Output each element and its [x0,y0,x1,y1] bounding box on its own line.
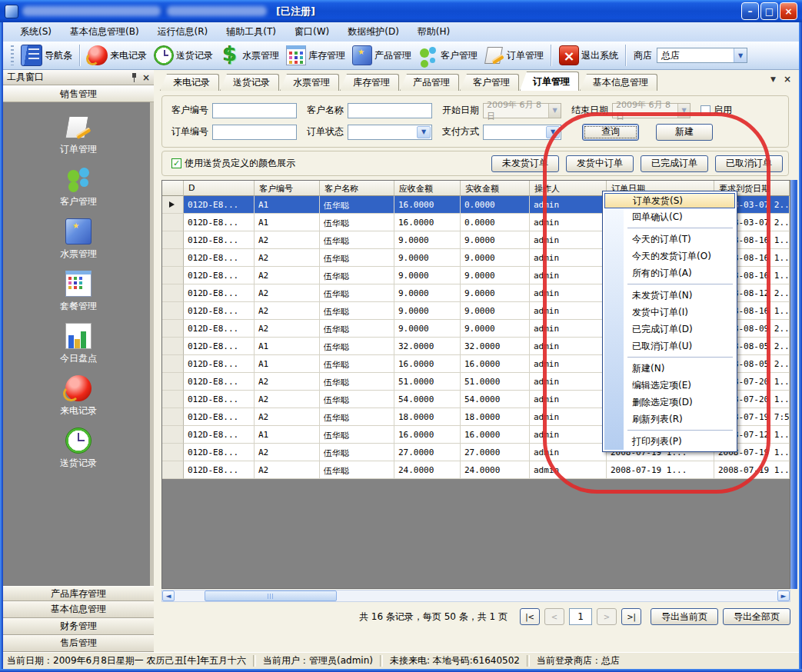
new-button[interactable]: 新建 [656,124,713,141]
toolbar-button[interactable] [79,45,81,66]
context-menu-item[interactable]: 打印列表(P) [604,433,735,450]
next-page-button[interactable]: > [597,608,617,625]
header-customer-no[interactable]: 客户编号 [255,181,320,196]
tab[interactable]: 来电记录 [160,74,219,91]
pin-icon[interactable] [131,73,138,82]
chevron-down-icon[interactable]: ▼ [677,104,690,118]
pay-method-select[interactable]: ▼ [483,125,561,140]
row-selector-cell[interactable] [162,426,184,444]
sidebar-section-bar[interactable]: 售后管理 [3,635,154,652]
scroll-right-icon[interactable]: ► [777,590,790,601]
tab[interactable]: 订单管理 [520,72,579,91]
menu-item[interactable]: 数据维护(D) [338,22,408,42]
context-menu-item[interactable] [627,430,733,431]
sidebar-item[interactable]: 水票管理 [3,213,154,265]
row-selector-cell[interactable] [162,284,184,302]
row-selector-cell[interactable] [162,461,184,479]
export-all-pages-button[interactable]: 导出全部页 [723,608,790,625]
toolbar-button[interactable]: 导航条 [21,45,72,66]
scroll-left-icon[interactable]: ◄ [162,590,175,601]
shop-select[interactable]: 总店 ▼ [657,48,747,63]
sidebar-item[interactable]: 今日盘点 [3,318,154,370]
sidebar-section-bar[interactable]: 财务管理 [3,618,154,635]
context-menu-item[interactable]: 已取消订单(U) [604,338,735,354]
tab[interactable]: 送货记录 [220,74,279,91]
minimize-button[interactable]: – [741,2,759,20]
sidebar-item[interactable]: 订单管理 [3,108,154,161]
toolbar-button[interactable]: 来电记录 [88,45,147,65]
context-menu-item[interactable]: 新建(N) [604,360,735,377]
context-menu-item[interactable]: 删除选定项(D) [604,394,735,411]
context-menu-item[interactable]: 已完成订单(D) [604,321,735,338]
prev-page-button[interactable]: < [544,608,564,625]
row-selector-cell[interactable] [162,444,184,461]
row-selector-cell[interactable] [162,249,184,267]
menu-item[interactable]: 帮助(H) [408,22,459,42]
last-page-button[interactable]: >| [621,608,641,625]
first-page-button[interactable]: |< [520,608,540,625]
row-selector-cell[interactable] [162,302,184,320]
header-receivable[interactable]: 应收金额 [394,181,461,196]
tab[interactable]: 产品管理 [400,74,459,91]
tab-close-icon[interactable]: × [784,75,791,84]
scrollbar-thumb[interactable] [205,590,337,601]
row-selector-cell[interactable] [162,355,184,373]
chevron-down-icon[interactable]: ▼ [417,126,431,138]
start-date-picker[interactable]: 2009年 6月 8日 ▼ [483,103,561,118]
tab[interactable]: 基本信息管理 [580,74,657,91]
tab[interactable]: 水票管理 [280,74,339,91]
toolbar-button[interactable]: 客户管理 [418,45,478,65]
sidebar-item[interactable]: 来电记录 [3,370,154,422]
context-menu-item[interactable]: 刷新列表(R) [604,411,735,427]
tab[interactable]: 库存管理 [340,74,399,91]
context-menu-item[interactable]: 今天的订单(T) [604,231,735,248]
maximize-button[interactable]: □ [760,2,778,20]
vertical-scrollbar[interactable] [790,180,797,589]
chevron-down-icon[interactable]: ▼ [734,48,747,62]
context-menu-item[interactable] [627,357,733,358]
status-filter-button[interactable]: 未发货订单 [491,155,559,172]
menu-item[interactable]: 系统(S) [11,22,61,42]
end-date-picker[interactable]: 2009年 6月 8日 ▼ [612,103,691,118]
toolbar-button[interactable] [625,45,627,66]
sidebar-section-bar[interactable]: 基本信息管理 [3,601,154,618]
row-selector-cell[interactable] [162,214,184,231]
context-menu-item[interactable] [627,228,733,228]
menu-item[interactable]: 辅助工具(T) [217,22,285,42]
menu-item[interactable]: 运行信息(R) [148,22,218,42]
context-menu-item[interactable]: 今天的发货订单(O) [604,248,735,264]
table-row[interactable]: 012D-E8... A2 伍华聪 24.0000 24.0000 admin … [162,461,790,479]
toolbar-button[interactable]: 退出系统 [559,45,618,65]
tab-list-dropdown-icon[interactable]: ▼ [770,75,776,83]
header-received[interactable]: 实收金额 [461,181,530,196]
context-menu-item[interactable]: 发货中订单(I) [604,304,735,321]
sidebar-item[interactable]: 送货记录 [3,422,154,474]
customer-no-input[interactable] [212,103,297,118]
sidebar-item[interactable]: 套餐管理 [3,265,154,318]
page-number-input[interactable]: 1 [569,608,592,625]
status-filter-button[interactable]: 已完成订单 [641,155,708,172]
chevron-down-icon[interactable]: ▼ [546,126,560,138]
customer-name-input[interactable] [348,103,432,118]
toolbar-button[interactable] [551,45,552,66]
close-icon[interactable]: × [142,73,150,82]
row-selector-cell[interactable] [162,391,184,408]
sidebar-item[interactable]: 客户管理 [3,161,154,213]
row-selector-cell[interactable] [162,231,184,249]
context-menu-item[interactable]: 所有的订单(A) [604,264,735,281]
menu-item[interactable]: 窗口(W) [285,22,338,42]
order-no-input[interactable] [212,125,297,140]
menu-item[interactable]: 基本信息管理(B) [61,22,148,42]
header-operator[interactable]: 操作人 [530,181,607,196]
toolbar-button[interactable]: 水票管理 [220,45,279,65]
sidebar-section-bar[interactable]: 产品库存管理 [3,586,154,601]
horizontal-scrollbar[interactable]: ◄ ► [161,590,790,602]
sidebar-section-sales[interactable]: 销售管理 [3,85,154,102]
enable-checkbox[interactable]: ✓ [701,105,710,115]
row-selector-cell[interactable] [162,338,184,355]
chevron-down-icon[interactable]: ▼ [548,104,561,118]
context-menu-item[interactable]: 订单发货(S) [604,193,735,208]
context-menu-item[interactable] [627,284,733,284]
context-menu-item[interactable]: 回单确认(C) [604,208,735,225]
close-button[interactable]: × [780,2,797,20]
